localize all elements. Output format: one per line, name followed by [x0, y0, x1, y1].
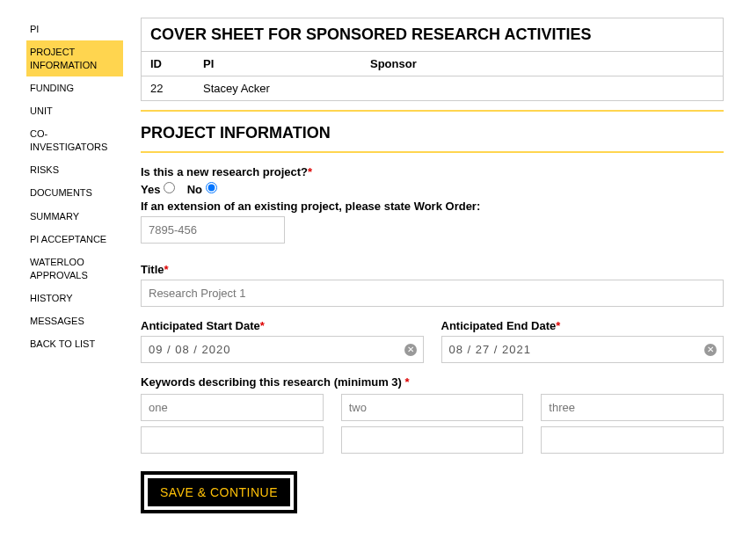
cell-pi: Stacey Acker [194, 76, 361, 101]
sidebar-item-unit[interactable]: UNIT [26, 99, 123, 122]
keyword-input-1[interactable] [141, 394, 324, 421]
keyword-input-5[interactable] [341, 426, 524, 454]
keyword-input-4[interactable] [141, 426, 324, 454]
save-continue-button[interactable]: SAVE & CONTINUE [148, 478, 290, 506]
sidebar-item-waterloo-approvals[interactable]: WATERLOO APPROVALS [26, 251, 123, 287]
sidebar-item-back-to-list[interactable]: BACK TO LIST [26, 332, 123, 355]
sidebar-item-history[interactable]: HISTORY [26, 287, 123, 309]
sidebar-item-documents[interactable]: DOCUMENTS [26, 181, 123, 204]
clear-icon[interactable]: ✕ [404, 344, 417, 356]
main-content: COVER SHEET FOR SPONSORED RESEARCH ACTIV… [123, 18, 724, 513]
sidebar-item-messages[interactable]: MESSAGES [26, 309, 123, 332]
col-pi: PI [194, 52, 361, 76]
table-row: 22 Stacey Acker [142, 76, 723, 101]
radio-yes[interactable] [164, 182, 175, 193]
col-id: ID [142, 52, 194, 76]
work-order-input[interactable] [141, 216, 285, 244]
title-input[interactable] [141, 280, 724, 307]
work-order-label: If an extension of an existing project, … [141, 200, 724, 213]
cell-id: 22 [142, 76, 194, 101]
clear-icon[interactable]: ✕ [704, 344, 717, 356]
sidebar-item-pi[interactable]: PI [26, 18, 123, 40]
keyword-input-2[interactable] [341, 394, 524, 421]
col-sponsor: Sponsor [361, 52, 723, 76]
section-title: PROJECT INFORMATION [141, 124, 724, 142]
sidebar-item-risks[interactable]: RISKS [26, 158, 123, 181]
cover-sheet-header: COVER SHEET FOR SPONSORED RESEARCH ACTIV… [141, 18, 724, 101]
keywords-label: Keywords describing this research (minim… [141, 375, 724, 389]
sidebar-item-co-investigators[interactable]: CO-INVESTIGATORS [26, 122, 123, 158]
end-date-label: Anticipated End Date* [441, 319, 725, 332]
radio-yes-label[interactable]: Yes [141, 183, 178, 196]
page-title: COVER SHEET FOR SPONSORED RESEARCH ACTIV… [142, 18, 723, 52]
keyword-input-3[interactable] [541, 394, 724, 421]
cover-sheet-table: ID PI Sponsor 22 Stacey Acker [142, 52, 723, 100]
divider [141, 151, 724, 153]
save-button-highlight: SAVE & CONTINUE [141, 471, 297, 513]
start-date-input[interactable] [141, 336, 424, 363]
divider [141, 110, 724, 112]
sidebar: PI PROJECT INFORMATION FUNDING UNIT CO-I… [26, 18, 123, 513]
sidebar-item-summary[interactable]: SUMMARY [26, 205, 123, 228]
title-label: Title* [141, 263, 724, 276]
start-date-label: Anticipated Start Date* [141, 319, 424, 332]
sidebar-item-funding[interactable]: FUNDING [26, 76, 123, 99]
cell-sponsor [361, 76, 723, 101]
sidebar-item-pi-acceptance[interactable]: PI ACCEPTANCE [26, 228, 123, 251]
radio-no[interactable] [206, 182, 217, 193]
new-project-label: Is this a new research project?* [141, 165, 724, 178]
end-date-input[interactable] [441, 336, 725, 363]
keyword-input-6[interactable] [541, 426, 724, 454]
radio-no-label[interactable]: No [187, 183, 217, 196]
sidebar-item-project-information[interactable]: PROJECT INFORMATION [26, 40, 123, 76]
